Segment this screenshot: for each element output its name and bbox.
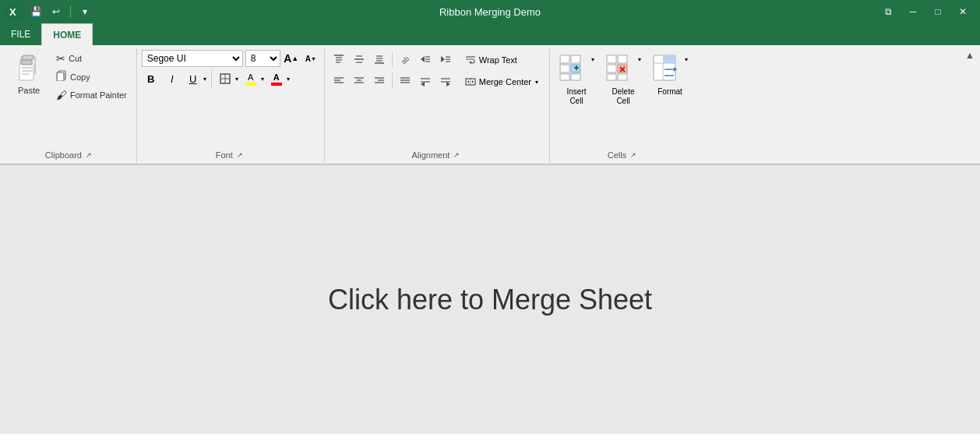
font-controls: Segoe UI 8 9 10 11 12 14 A▲ <box>142 50 319 88</box>
copy-icon <box>56 70 67 83</box>
copy-button[interactable]: Copy <box>51 68 132 86</box>
ribbon-bottom-bar <box>0 164 980 164</box>
angle-counterclockwise-button[interactable]: ab <box>396 50 414 69</box>
fill-color-bar <box>245 83 256 86</box>
alignment-launcher-button[interactable]: ↗ <box>451 150 462 161</box>
merge-center-label: Merge Center <box>479 77 531 86</box>
maximize-window-button[interactable]: □ <box>927 3 949 20</box>
svg-rect-69 <box>607 65 616 72</box>
insert-cell-label: Insert Cell <box>567 87 587 106</box>
font-color-button[interactable]: A <box>267 69 286 88</box>
font-launcher-button[interactable]: ↗ <box>234 150 245 161</box>
restore-window-button[interactable]: ⧉ <box>877 3 899 20</box>
svg-rect-78 <box>663 55 675 63</box>
merge-center-dropdown-button[interactable]: ▾ <box>534 79 539 86</box>
wrap-text-icon <box>465 55 476 65</box>
align-bottom-button[interactable] <box>370 50 389 69</box>
svg-rect-3 <box>23 55 33 60</box>
insert-cell-button[interactable] <box>555 50 587 86</box>
font-group-label: Font <box>216 150 233 160</box>
svg-marker-52 <box>446 82 450 86</box>
delete-cell-dropdown-button[interactable]: ▾ <box>634 50 645 69</box>
paste-label: Paste <box>18 86 40 95</box>
format-painter-button[interactable]: 🖌 Format Painter <box>51 86 132 104</box>
align-left-button[interactable] <box>330 71 348 90</box>
cells-launcher-button[interactable]: ↗ <box>628 150 639 161</box>
bold-button[interactable]: B <box>142 69 160 88</box>
save-qat-button[interactable]: 💾 <box>28 4 44 19</box>
fill-color-button[interactable]: A <box>241 69 260 88</box>
tab-file[interactable]: FILE <box>0 23 41 45</box>
svg-rect-72 <box>618 74 627 80</box>
svg-rect-61 <box>560 65 569 72</box>
font-size-select[interactable]: 8 9 10 11 12 14 <box>245 50 280 67</box>
main-content-text[interactable]: Click here to Merge Sheet <box>328 284 652 316</box>
format-column: ▾ Format <box>648 50 692 97</box>
font-divider <box>211 70 212 87</box>
svg-rect-11 <box>57 72 64 81</box>
svg-rect-63 <box>560 74 569 80</box>
svg-rect-64 <box>571 74 580 80</box>
minimize-window-button[interactable]: ─ <box>902 3 924 20</box>
delete-cell-button[interactable] <box>601 50 634 86</box>
insert-cell-dropdown-button[interactable]: ▾ <box>587 50 598 69</box>
alignment-group-label: Alignment <box>411 150 449 160</box>
underline-dropdown-button[interactable]: ▾ <box>203 76 207 83</box>
wrap-merge-controls: Wrap Text Merge Center ▾ <box>460 50 545 92</box>
align-divider2 <box>392 72 393 88</box>
svg-rect-71 <box>607 74 616 80</box>
underline-button[interactable]: U <box>184 69 203 88</box>
delete-cell-label: Delete Cell <box>612 87 635 106</box>
align-middle-button[interactable] <box>350 50 368 69</box>
indent-increase-button[interactable] <box>436 50 455 69</box>
align-divider <box>392 51 393 67</box>
svg-marker-27 <box>421 56 425 62</box>
format-label: Format <box>657 87 682 97</box>
title-bar-right: ⧉ ─ □ ✕ <box>877 3 974 20</box>
rtl-button[interactable] <box>416 71 435 90</box>
close-window-button[interactable]: ✕ <box>952 3 974 20</box>
svg-rect-5 <box>19 63 33 80</box>
italic-button[interactable]: I <box>163 69 182 88</box>
excel-logo-icon: X <box>6 3 23 20</box>
format-dropdown-button[interactable]: ▾ <box>681 50 692 69</box>
main-content-area[interactable]: Click here to Merge Sheet <box>0 165 980 434</box>
align-right-button[interactable] <box>370 71 389 90</box>
format-icon <box>652 54 677 82</box>
font-family-select[interactable]: Segoe UI <box>142 50 243 67</box>
align-top-button[interactable] <box>330 50 348 69</box>
paste-icon <box>15 54 43 86</box>
font-color-dropdown-button[interactable]: ▾ <box>286 76 291 83</box>
ltr-button[interactable] <box>436 71 455 90</box>
cut-button[interactable]: ✂ Cut <box>51 50 132 67</box>
paste-button[interactable]: Paste <box>8 50 50 99</box>
undo-qat-button[interactable]: ↩ <box>48 4 64 19</box>
format-painter-icon: 🖌 <box>56 89 67 101</box>
clipboard-small-buttons: ✂ Cut Copy 🖌 Form <box>51 50 132 104</box>
justify-button[interactable] <box>396 71 414 90</box>
qat-separator <box>70 5 71 18</box>
increase-font-size-button[interactable]: A▲ <box>283 50 300 67</box>
merge-center-icon <box>465 76 476 87</box>
cells-group-label: Cells <box>608 150 626 160</box>
fill-color-dropdown-button[interactable]: ▾ <box>260 76 265 83</box>
tab-home[interactable]: HOME <box>41 23 93 45</box>
borders-button[interactable] <box>216 69 234 88</box>
ribbon-collapse-button[interactable]: ▲ <box>963 48 977 62</box>
format-button[interactable] <box>648 50 681 86</box>
clipboard-group-label: Clipboard <box>45 150 82 160</box>
qat-dropdown-button[interactable]: ▾ <box>77 4 93 19</box>
decrease-font-size-button[interactable]: A▼ <box>302 50 319 67</box>
svg-rect-67 <box>607 55 616 63</box>
svg-rect-6 <box>21 60 32 65</box>
borders-dropdown-button[interactable]: ▾ <box>234 76 239 83</box>
indent-decrease-button[interactable] <box>416 50 435 69</box>
clipboard-launcher-button[interactable]: ↗ <box>83 150 94 161</box>
merge-center-button[interactable]: Merge Center ▾ <box>460 72 545 92</box>
wrap-text-button[interactable]: Wrap Text <box>460 50 545 70</box>
wrap-text-label: Wrap Text <box>479 55 517 65</box>
align-center-button[interactable] <box>350 71 368 90</box>
cut-icon: ✂ <box>56 52 65 65</box>
clipboard-group: Paste ✂ Cut Co <box>3 48 137 164</box>
svg-text:ab: ab <box>400 55 411 65</box>
